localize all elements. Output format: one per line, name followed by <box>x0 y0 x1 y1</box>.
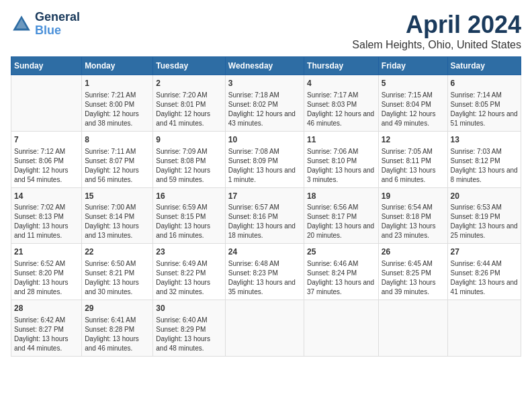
calendar-cell: 11Sunrise: 7:06 AMSunset: 8:10 PMDayligh… <box>304 131 379 187</box>
day-number: 23 <box>156 246 222 258</box>
calendar-cell: 30Sunrise: 6:40 AMSunset: 8:29 PMDayligh… <box>153 300 225 357</box>
day-number: 18 <box>307 191 375 202</box>
logo-icon <box>11 13 32 35</box>
day-number: 17 <box>228 191 301 202</box>
header-tuesday: Tuesday <box>153 57 225 75</box>
day-info: Sunrise: 6:41 AMSunset: 8:28 PMDaylight:… <box>85 316 150 353</box>
page-header: General Blue April 2024 Salem Heights, O… <box>11 11 521 51</box>
day-info: Sunrise: 7:18 AMSunset: 8:02 PMDaylight:… <box>228 91 301 128</box>
calendar-cell: 28Sunrise: 6:42 AMSunset: 8:27 PMDayligh… <box>11 300 82 357</box>
day-number: 21 <box>14 246 79 258</box>
day-number: 8 <box>85 134 150 146</box>
calendar-cell <box>11 75 82 132</box>
day-info: Sunrise: 6:52 AMSunset: 8:20 PMDaylight:… <box>14 259 79 297</box>
day-number: 27 <box>451 246 518 258</box>
day-number: 10 <box>228 134 301 146</box>
calendar-cell <box>304 300 379 357</box>
week-row-0: 1Sunrise: 7:21 AMSunset: 8:00 PMDaylight… <box>11 75 521 132</box>
day-info: Sunrise: 6:45 AMSunset: 8:25 PMDaylight:… <box>382 259 445 297</box>
day-info: Sunrise: 6:50 AMSunset: 8:21 PMDaylight:… <box>85 259 150 297</box>
calendar-cell: 16Sunrise: 6:59 AMSunset: 8:15 PMDayligh… <box>153 187 225 244</box>
calendar-table: SundayMondayTuesdayWednesdayThursdayFrid… <box>11 56 521 357</box>
day-info: Sunrise: 7:09 AMSunset: 8:08 PMDaylight:… <box>156 147 222 185</box>
day-number: 11 <box>307 134 375 146</box>
header-wednesday: Wednesday <box>225 57 304 75</box>
calendar-cell: 4Sunrise: 7:17 AMSunset: 8:03 PMDaylight… <box>304 75 379 132</box>
day-info: Sunrise: 6:57 AMSunset: 8:16 PMDaylight:… <box>228 203 301 240</box>
logo-text: General Blue <box>35 11 80 38</box>
day-info: Sunrise: 6:46 AMSunset: 8:24 PMDaylight:… <box>307 259 375 297</box>
day-info: Sunrise: 7:02 AMSunset: 8:13 PMDaylight:… <box>14 203 79 240</box>
day-info: Sunrise: 7:05 AMSunset: 8:11 PMDaylight:… <box>382 147 445 185</box>
day-info: Sunrise: 6:42 AMSunset: 8:27 PMDaylight:… <box>14 316 79 353</box>
day-info: Sunrise: 7:00 AMSunset: 8:14 PMDaylight:… <box>85 203 150 240</box>
calendar-cell: 12Sunrise: 7:05 AMSunset: 8:11 PMDayligh… <box>378 131 447 187</box>
calendar-cell <box>447 300 521 357</box>
day-info: Sunrise: 6:54 AMSunset: 8:18 PMDaylight:… <box>382 203 445 240</box>
calendar-cell: 6Sunrise: 7:14 AMSunset: 8:05 PMDaylight… <box>447 75 521 132</box>
header-saturday: Saturday <box>447 57 521 75</box>
calendar-cell: 17Sunrise: 6:57 AMSunset: 8:16 PMDayligh… <box>225 187 304 244</box>
day-number: 20 <box>451 191 518 202</box>
day-number: 22 <box>85 246 150 258</box>
calendar-cell: 5Sunrise: 7:15 AMSunset: 8:04 PMDaylight… <box>378 75 447 132</box>
calendar-cell <box>378 300 447 357</box>
header-monday: Monday <box>82 57 153 75</box>
day-info: Sunrise: 7:11 AMSunset: 8:07 PMDaylight:… <box>85 147 150 185</box>
calendar-cell: 29Sunrise: 6:41 AMSunset: 8:28 PMDayligh… <box>82 300 153 357</box>
day-info: Sunrise: 7:21 AMSunset: 8:00 PMDaylight:… <box>85 91 150 128</box>
week-row-2: 14Sunrise: 7:02 AMSunset: 8:13 PMDayligh… <box>11 187 521 244</box>
day-info: Sunrise: 6:48 AMSunset: 8:23 PMDaylight:… <box>228 259 301 297</box>
calendar-cell: 8Sunrise: 7:11 AMSunset: 8:07 PMDaylight… <box>82 131 153 187</box>
week-row-3: 21Sunrise: 6:52 AMSunset: 8:20 PMDayligh… <box>11 244 521 300</box>
header-row: SundayMondayTuesdayWednesdayThursdayFrid… <box>11 57 521 75</box>
calendar-cell: 23Sunrise: 6:49 AMSunset: 8:22 PMDayligh… <box>153 244 225 300</box>
day-number: 30 <box>156 303 222 314</box>
week-row-1: 7Sunrise: 7:12 AMSunset: 8:06 PMDaylight… <box>11 131 521 187</box>
calendar-body: 1Sunrise: 7:21 AMSunset: 8:00 PMDaylight… <box>11 75 521 357</box>
calendar-cell: 20Sunrise: 6:53 AMSunset: 8:19 PMDayligh… <box>447 187 521 244</box>
day-info: Sunrise: 6:59 AMSunset: 8:15 PMDaylight:… <box>156 203 222 240</box>
day-number: 4 <box>307 78 375 89</box>
day-number: 2 <box>156 78 222 89</box>
day-info: Sunrise: 7:06 AMSunset: 8:10 PMDaylight:… <box>307 147 375 185</box>
day-number: 7 <box>14 134 79 146</box>
calendar-cell: 18Sunrise: 6:56 AMSunset: 8:17 PMDayligh… <box>304 187 379 244</box>
calendar-header: SundayMondayTuesdayWednesdayThursdayFrid… <box>11 57 521 75</box>
calendar-cell: 19Sunrise: 6:54 AMSunset: 8:18 PMDayligh… <box>378 187 447 244</box>
day-number: 9 <box>156 134 222 146</box>
title-block: April 2024 Salem Heights, Ohio, United S… <box>352 11 521 51</box>
calendar-cell: 25Sunrise: 6:46 AMSunset: 8:24 PMDayligh… <box>304 244 379 300</box>
day-number: 6 <box>451 78 518 89</box>
calendar-cell: 13Sunrise: 7:03 AMSunset: 8:12 PMDayligh… <box>447 131 521 187</box>
day-info: Sunrise: 7:15 AMSunset: 8:04 PMDaylight:… <box>382 91 445 128</box>
day-number: 24 <box>228 246 301 258</box>
page-subtitle: Salem Heights, Ohio, United States <box>352 39 521 51</box>
day-number: 19 <box>382 191 445 202</box>
day-number: 12 <box>382 134 445 146</box>
calendar-cell: 14Sunrise: 7:02 AMSunset: 8:13 PMDayligh… <box>11 187 82 244</box>
calendar-cell: 10Sunrise: 7:08 AMSunset: 8:09 PMDayligh… <box>225 131 304 187</box>
day-number: 5 <box>382 78 445 89</box>
day-number: 3 <box>228 78 301 89</box>
calendar-cell: 9Sunrise: 7:09 AMSunset: 8:08 PMDaylight… <box>153 131 225 187</box>
day-number: 25 <box>307 246 375 258</box>
calendar-cell: 22Sunrise: 6:50 AMSunset: 8:21 PMDayligh… <box>82 244 153 300</box>
header-friday: Friday <box>378 57 447 75</box>
day-number: 13 <box>451 134 518 146</box>
day-number: 26 <box>382 246 445 258</box>
day-number: 14 <box>14 191 79 202</box>
header-sunday: Sunday <box>11 57 82 75</box>
day-info: Sunrise: 6:49 AMSunset: 8:22 PMDaylight:… <box>156 259 222 297</box>
day-info: Sunrise: 7:08 AMSunset: 8:09 PMDaylight:… <box>228 147 301 185</box>
calendar-cell: 1Sunrise: 7:21 AMSunset: 8:00 PMDaylight… <box>82 75 153 132</box>
day-number: 29 <box>85 303 150 314</box>
calendar-cell: 15Sunrise: 7:00 AMSunset: 8:14 PMDayligh… <box>82 187 153 244</box>
day-info: Sunrise: 7:12 AMSunset: 8:06 PMDaylight:… <box>14 147 79 185</box>
day-info: Sunrise: 6:53 AMSunset: 8:19 PMDaylight:… <box>451 203 518 240</box>
day-info: Sunrise: 6:56 AMSunset: 8:17 PMDaylight:… <box>307 203 375 240</box>
day-info: Sunrise: 6:44 AMSunset: 8:26 PMDaylight:… <box>451 259 518 297</box>
calendar-cell: 27Sunrise: 6:44 AMSunset: 8:26 PMDayligh… <box>447 244 521 300</box>
day-info: Sunrise: 7:03 AMSunset: 8:12 PMDaylight:… <box>451 147 518 185</box>
day-info: Sunrise: 7:20 AMSunset: 8:01 PMDaylight:… <box>156 91 222 128</box>
